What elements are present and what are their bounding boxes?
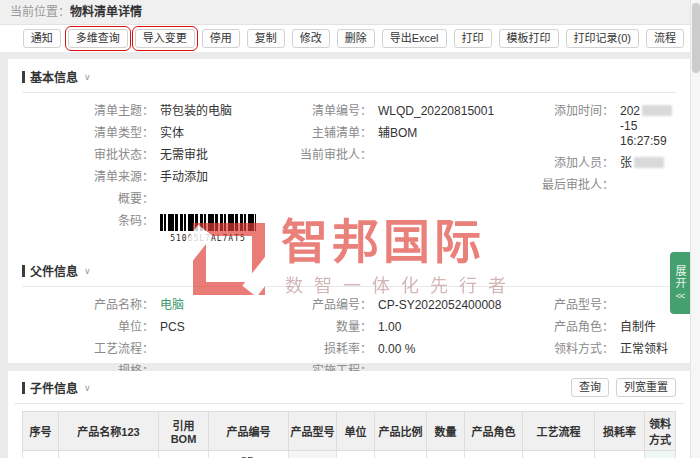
field-value: 1.00 — [378, 320, 401, 335]
field-row: 产品角色：自制件 — [518, 320, 682, 335]
child-section-buttons: 查询列宽重置 — [571, 378, 676, 397]
chevron-down-icon[interactable]: ∨ — [84, 266, 91, 276]
scrollbar-thumb[interactable] — [692, 3, 700, 73]
field-label: 损耗率： — [276, 342, 378, 357]
field-value: 0.00 % — [378, 342, 415, 357]
child-table-button[interactable]: 查询 — [571, 378, 609, 397]
field-label: 最后审批人： — [518, 178, 620, 193]
field-value: 手动添加 — [160, 170, 208, 185]
child-table-button[interactable]: 列宽重置 — [616, 378, 676, 397]
table-row: 1+保持架CP-SB2020070800005个2.002.00委外件0.00 … — [23, 451, 676, 458]
table-header-cell[interactable]: 产品角色 — [465, 412, 523, 451]
toolbar-button[interactable]: 打印 — [454, 29, 492, 48]
expand-panel-tab[interactable]: 展开 << — [670, 252, 690, 314]
field-label: 工艺流程： — [58, 342, 160, 357]
table-header-cell[interactable]: 产品名称123 — [59, 412, 159, 451]
barcode-field: 51005L7AL7AT5 — [160, 214, 256, 246]
toolbar-button[interactable]: 导出Excel — [382, 29, 447, 48]
field-row: 审批状态：无需审批 — [58, 148, 276, 163]
field-value: 正常领料 — [620, 342, 668, 357]
field-label: 清单类型： — [58, 126, 160, 141]
field-value: 无需审批 — [160, 148, 208, 163]
table-cell: CP-SB2020070800005 — [209, 451, 289, 458]
field-column: 清单主题：带包装的电脑清单类型：实体审批状态：无需审批清单来源：手动添加概要：条… — [58, 104, 276, 253]
table-header-cell[interactable]: 领料方式 — [645, 412, 676, 451]
toolbar-button[interactable]: 流程 — [646, 29, 684, 48]
chevron-down-icon[interactable]: ∨ — [84, 383, 91, 393]
table-header-cell[interactable]: 数量 — [427, 412, 465, 451]
field-label: 产品编号： — [276, 298, 378, 313]
toolbar-button[interactable]: 修改 — [292, 29, 330, 48]
field-row: 概要： — [58, 192, 276, 207]
field-row: 工艺流程： — [58, 342, 276, 357]
toolbar-button[interactable]: 打印记录(0) — [566, 29, 639, 48]
redacted-blur — [642, 105, 672, 116]
table-cell: 2.00 — [375, 451, 427, 458]
redacted-blur — [634, 157, 664, 168]
table-header-cell[interactable]: 单位 — [337, 412, 375, 451]
section-basic-info: 基本信息 ∨ 清单主题：带包装的电脑清单类型：实体审批状态：无需审批清单来源：手… — [8, 59, 690, 253]
table-header-cell[interactable]: 引用BOM — [159, 412, 209, 451]
field-label: 清单编号： — [276, 104, 378, 119]
chevron-down-icon[interactable]: ∨ — [84, 72, 91, 82]
field-label: 清单主题： — [58, 104, 160, 119]
page-title: 物料清单详情 — [70, 5, 142, 19]
redacted-prefix: 202 — [620, 104, 640, 118]
toolbar-button[interactable]: 停用 — [202, 29, 240, 48]
toolbar-button[interactable]: 通知 — [23, 29, 61, 48]
redacted-suffix: -15 16:27:59 — [620, 119, 667, 148]
table-cell: 0.00 % — [595, 451, 645, 458]
toolbar-button[interactable]: 导入变更 — [135, 29, 195, 48]
collapse-arrows-icon: << — [676, 291, 685, 301]
field-row: 条码：51005L7AL7AT5 — [58, 214, 276, 246]
toolbar-button[interactable]: 多维查询 — [68, 29, 128, 48]
divider — [14, 403, 684, 404]
field-label: 清单来源： — [58, 170, 160, 185]
field-value: 张 — [620, 156, 666, 171]
parent-section-header: 父件信息 ∨ — [16, 262, 682, 279]
table-header-cell[interactable]: 序号 — [23, 412, 59, 451]
field-value: 带包装的电脑 — [160, 104, 232, 119]
toolbar-button[interactable]: 复制 — [247, 29, 285, 48]
breadcrumb: 当前位置：物料清单详情 — [0, 0, 700, 25]
field-label: 领料方式： — [518, 342, 620, 357]
field-row: 主辅清单：辅BOM — [276, 126, 518, 141]
field-row: 当前审批人： — [276, 148, 518, 163]
table-cell — [523, 451, 595, 458]
product-link[interactable]: 电脑 — [160, 298, 184, 313]
table-header-cell[interactable]: 产品型号 — [289, 412, 337, 451]
field-label: 审批状态： — [58, 148, 160, 163]
table-cell: 2.00 — [427, 451, 465, 458]
divider — [22, 92, 676, 93]
field-row: 清单类型：实体 — [58, 126, 276, 141]
field-row: 产品型号： — [518, 298, 682, 313]
field-label: 添加时间： — [518, 104, 620, 149]
field-row: 添加人员：张 — [518, 156, 682, 171]
field-row: 领料方式：正常领料 — [518, 342, 682, 357]
table-header-cell[interactable]: 产品比例 — [375, 412, 427, 451]
field-value: PCS — [160, 320, 185, 335]
field-row: 清单主题：带包装的电脑 — [58, 104, 276, 119]
field-row: 添加时间：202-15 16:27:59 — [518, 104, 682, 149]
child-parts-table: 序号产品名称123引用BOM产品编号产品型号单位产品比例数量产品角色工艺流程损耗… — [22, 411, 676, 458]
toolbar-button[interactable]: 删除 — [337, 29, 375, 48]
section-bar — [22, 265, 25, 277]
barcode-image — [160, 214, 256, 231]
table-cell: 委外件 — [465, 451, 523, 458]
basic-section-title: 基本信息 — [30, 68, 78, 85]
toolbar-button[interactable]: 模板打印 — [499, 29, 559, 48]
table-header-cell[interactable]: 工艺流程 — [523, 412, 595, 451]
table-header-cell[interactable]: 产品编号 — [209, 412, 289, 451]
table-header-cell[interactable]: 损耗率 — [595, 412, 645, 451]
page-scrollbar[interactable] — [690, 0, 700, 458]
toolbar: 通知多维查询导入变更停用复制修改删除导出Excel打印模板打印打印记录(0)流程 — [0, 25, 700, 52]
screen: 当前位置：物料清单详情 通知多维查询导入变更停用复制修改删除导出Excel打印模… — [0, 0, 700, 458]
redacted-prefix: 张 — [620, 156, 632, 170]
field-value: CP-SY2022052400008 — [378, 298, 501, 313]
main-card: 基本信息 ∨ 清单主题：带包装的电脑清单类型：实体审批状态：无需审批清单来源：手… — [8, 59, 690, 363]
field-value: 自制件 — [620, 320, 656, 335]
field-row: 单位：PCS — [58, 320, 276, 335]
field-row: 清单编号：WLQD_20220815001 — [276, 104, 518, 119]
field-label: 产品名称： — [58, 298, 160, 313]
table-cell-product-name: +保持架 — [59, 451, 159, 458]
